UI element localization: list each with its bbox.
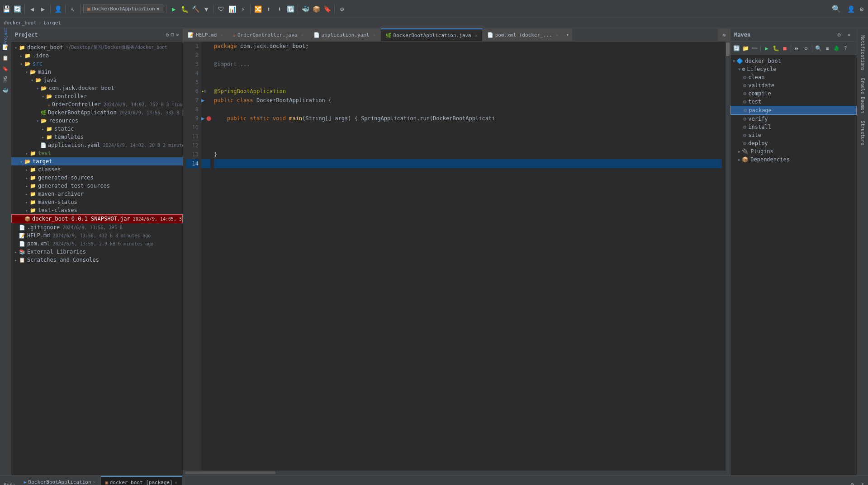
toolbar-debug-button[interactable]: 🐛 (180, 5, 189, 14)
tree-item-yaml[interactable]: 📄 application.yaml 2024/6/9, 14:02, 20 B… (11, 141, 183, 149)
toolbar-icon-user[interactable]: 👤 (53, 5, 62, 14)
tree-item-maven-archiver[interactable]: ▸ 📁 maven-archiver (11, 190, 183, 198)
maven-list-icon[interactable]: ≡ (823, 44, 831, 52)
maven-stop-icon[interactable]: ■ (781, 44, 789, 52)
toolbar-icon-profile[interactable]: 📊 (228, 5, 237, 14)
project-close-icon[interactable]: ✕ (176, 32, 179, 38)
tab-ordercontroller[interactable]: ☕ OrderController.java ✕ (228, 28, 308, 41)
bottom-settings-icon[interactable]: ⚙ (847, 481, 858, 485)
toolbar-icon-cursor[interactable]: ↖ (68, 5, 77, 14)
breadcrumb-item-root[interactable]: docker_boot (4, 20, 37, 26)
right-icon-gradle[interactable]: Gradle Daemon (859, 74, 866, 117)
tab-helpmd[interactable]: 📝 HELP.md ✕ (183, 28, 228, 41)
tree-item-dockerbootapp[interactable]: 🌿 DockerBootApplication 2024/6/9, 13:56,… (11, 108, 183, 117)
tab-close-icon[interactable]: ✕ (475, 33, 478, 38)
toolbar-icon-settings[interactable]: ⚙ (857, 5, 866, 14)
sidebar-bookmark-icon[interactable]: 🔖 (1, 64, 10, 73)
tab-run-dockerboot[interactable]: ▶ DockerBootApplication ✕ (19, 476, 101, 485)
maven-remove-icon[interactable]: ➖ (750, 44, 759, 52)
right-icon-notifications[interactable]: Notifications (859, 32, 866, 74)
tree-item-pomxml[interactable]: 📄 pom.xml 2024/6/9, 13:59, 2.9 kB 6 minu… (11, 240, 183, 248)
tab-run-package[interactable]: ▣ docker_boot [package] ✕ (101, 476, 182, 485)
toolbar-icon-coverage[interactable]: 🛡 (217, 5, 226, 14)
maven-item-deploy[interactable]: ⚙ deploy (730, 139, 857, 147)
project-settings-icon[interactable]: ⚙ (166, 32, 169, 38)
toolbar-icon-avatar[interactable]: 👤 (846, 5, 855, 14)
tree-item-scratches[interactable]: ▸ 📋 Scratches and Consoles (11, 256, 183, 264)
maven-tree-icon[interactable]: 🌲 (832, 44, 840, 52)
toolbar-icon-back[interactable]: ◀ (28, 5, 37, 14)
maven-add-icon[interactable]: 📁 (741, 44, 749, 52)
maven-refresh-icon[interactable]: 🔄 (732, 44, 740, 52)
toolbar-icon-diff[interactable]: 🔃 (286, 5, 295, 14)
sidebar-project-icon[interactable]: Project (1, 32, 10, 41)
tree-item-src[interactable]: ▾ 📂 src (11, 60, 183, 68)
sidebar-docker-icon[interactable]: 🐳 (1, 86, 10, 95)
tree-item-gen-sources[interactable]: ▸ 📁 generated-sources (11, 174, 183, 182)
tab-yaml[interactable]: 📄 application.yaml ✕ (309, 28, 381, 41)
run-arrow-2-icon[interactable]: ▶ (201, 114, 204, 123)
maven-plugins-group[interactable]: ▸ 🔌 Plugins (730, 147, 857, 155)
toolbar-icon-git3[interactable]: ⬇ (275, 5, 284, 14)
editor-hscrollbar[interactable] (183, 471, 730, 475)
toolbar-icon-git[interactable]: 🔀 (253, 5, 262, 14)
toolbar-icon-docker[interactable]: 🐳 (301, 5, 310, 14)
tab-close-icon[interactable]: ✕ (175, 480, 177, 485)
editor-settings-icon[interactable]: ⚙ (718, 28, 730, 41)
tree-item-static[interactable]: ▸ 📁 static (11, 125, 183, 133)
run-arrow-icon[interactable]: ▶ (201, 96, 204, 105)
tab-close-icon[interactable]: ✕ (556, 33, 559, 38)
maven-item-root[interactable]: ▾ 🔷 docker_boot (730, 57, 857, 65)
breadcrumb-item-target[interactable]: target (43, 20, 61, 26)
toolbar-build-button[interactable]: 🔨 (191, 5, 200, 14)
tree-item-classes[interactable]: ▸ 📁 classes (11, 165, 183, 174)
toolbar-icon-terminal[interactable]: ⚙ (337, 5, 346, 14)
toolbar-icon-git2[interactable]: ⬆ (264, 5, 273, 14)
maven-debug-icon[interactable]: 🐛 (772, 44, 780, 52)
maven-lifecycle-group[interactable]: ▾ ⚙ Lifecycle (730, 65, 857, 73)
run-config-selector[interactable]: ▣ DockerBootApplication ▼ (83, 5, 163, 13)
tree-item-java[interactable]: ▾ 📂 java (11, 76, 183, 84)
maven-search-icon[interactable]: 🔍 (814, 44, 822, 52)
tab-pomxml[interactable]: 📄 pom.xml (docker_... ✕ (483, 28, 564, 41)
tab-close-icon[interactable]: ✕ (373, 33, 375, 38)
more-tabs-icon[interactable]: ▾ (564, 28, 573, 41)
maven-item-install[interactable]: ⚙ install (730, 123, 857, 131)
tree-item-controller-folder[interactable]: ▾ 📂 controller (11, 92, 183, 100)
right-icon-structure[interactable]: Structure (859, 117, 866, 149)
tree-item-test-classes[interactable]: ▸ 📁 test-classes (11, 206, 183, 214)
toolbar-icon-search-top[interactable]: 🔍 (832, 5, 841, 13)
tab-close-icon[interactable]: ✕ (220, 33, 223, 38)
toolbar-more-run[interactable]: ▼ (202, 5, 211, 14)
tree-item-test[interactable]: ▸ 📁 test (11, 149, 183, 157)
tree-item-gen-test[interactable]: ▸ 📁 generated-test-sources (11, 182, 183, 190)
toolbar-icon-bookmark[interactable]: 🔖 (323, 5, 332, 14)
tree-item-main[interactable]: ▾ 📂 main (11, 68, 183, 76)
maven-help-icon[interactable]: ? (841, 44, 849, 52)
maven-run-icon[interactable]: ▶ (763, 44, 771, 52)
editor-vscrollbar[interactable] (726, 42, 730, 471)
maven-dependencies-group[interactable]: ▸ 📦 Dependencies (730, 155, 857, 164)
maven-item-verify[interactable]: ⚙ verify (730, 115, 857, 123)
maven-item-test[interactable]: ⚙ test (730, 98, 857, 106)
sidebar-structure-icon[interactable]: 📋 (1, 53, 10, 62)
maven-item-validate[interactable]: ⚙ validate (730, 81, 857, 89)
maven-skip2-icon[interactable]: ⊘ (802, 44, 810, 52)
tree-item-templates[interactable]: ▸ 📁 templates (11, 133, 183, 141)
maven-item-clean[interactable]: ⚙ clean (730, 73, 857, 81)
maven-item-site[interactable]: ⚙ site (730, 131, 857, 139)
maven-close-icon[interactable]: ✕ (845, 31, 853, 39)
maven-item-compile[interactable]: ⚙ compile (730, 89, 857, 98)
bottom-expand-icon[interactable]: ⬆ (858, 481, 868, 485)
toolbar-run-button[interactable]: ▶ (169, 5, 178, 14)
tab-close-icon[interactable]: ✕ (93, 480, 96, 485)
tree-item-package[interactable]: ▾ 📂 com.jack.docker_boot (11, 84, 183, 92)
toolbar-icon-forward[interactable]: ▶ (38, 5, 47, 14)
maven-skip-icon[interactable]: ⏭ (793, 44, 801, 52)
tree-item-idea[interactable]: ▸ 📁 .idea (11, 52, 183, 60)
toolbar-icon-save[interactable]: 💾 (2, 5, 11, 14)
tree-item-root[interactable]: ▾ 📁 docker_boot ~/Desktop/复习/Docker微服务/d… (11, 43, 183, 52)
settings2-icon[interactable]: ⚙ (204, 87, 207, 96)
toolbar-icon-sync[interactable]: 🔄 (13, 5, 22, 14)
tree-item-target[interactable]: ▾ 📂 target (11, 157, 183, 165)
